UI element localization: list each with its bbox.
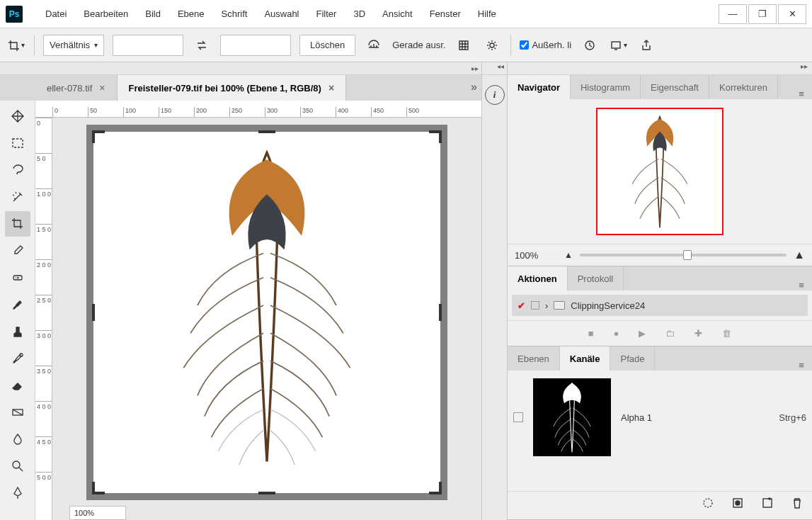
ruler-tick: 250 [229, 107, 265, 117]
healing-brush-tool[interactable] [5, 265, 30, 290]
tab-histogramm[interactable]: Histogramm [571, 75, 641, 99]
gradient-tool[interactable] [5, 400, 30, 425]
history-brush-tool[interactable] [5, 346, 30, 371]
eyedropper-tool[interactable] [5, 238, 30, 264]
share-button[interactable] [636, 35, 656, 55]
ruler-horizontal[interactable]: 0 50 100 150 200 250 300 350 400 450 500 [35, 101, 481, 118]
action-dialog-toggle[interactable] [531, 301, 539, 310]
tab-kanaele[interactable]: Kanäle [560, 346, 611, 371]
navigator-zoom-slider[interactable] [580, 254, 787, 256]
panel-menu-button[interactable]: ≡ [791, 360, 812, 371]
navigator-thumbnail[interactable] [596, 108, 724, 235]
tab-pfade[interactable]: Pfade [610, 346, 655, 371]
clone-stamp-tool[interactable] [5, 319, 30, 344]
menu-filter[interactable]: Filter [308, 0, 345, 28]
menu-schrift[interactable]: Schrift [213, 0, 256, 28]
screen-mode-button[interactable]: ▾ [608, 35, 628, 55]
crop-handle[interactable] [92, 482, 105, 494]
new-set-button[interactable]: 🗀 [665, 328, 675, 339]
delete-button[interactable]: 🗑 [722, 328, 731, 339]
new-action-button[interactable]: ✚ [694, 328, 702, 339]
channel-thumbnail[interactable] [533, 378, 611, 456]
panel-menu-button[interactable]: ≡ [791, 89, 812, 99]
menu-datei[interactable]: Datei [37, 0, 75, 28]
navigator-zoom-value[interactable]: 100% [515, 250, 557, 261]
close-icon[interactable]: × [328, 82, 334, 94]
pen-tool[interactable] [5, 480, 30, 506]
eraser-tool[interactable] [5, 373, 30, 398]
swap-dimensions-button[interactable] [192, 35, 212, 55]
tab-protokoll[interactable]: Protokoll [568, 266, 624, 290]
save-selection-button[interactable] [731, 497, 744, 511]
move-tool[interactable] [5, 103, 30, 129]
expand-arrow-icon[interactable]: › [545, 300, 548, 311]
crop-handle[interactable] [429, 130, 442, 143]
panel-menu-button[interactable]: ≡ [791, 280, 812, 290]
menu-hilfe[interactable]: Hilfe [469, 0, 505, 28]
strip-expand-handle[interactable]: ◂◂ [482, 62, 507, 75]
crop-tool[interactable] [5, 211, 30, 237]
crop-handle[interactable] [258, 492, 275, 494]
tab-navigator[interactable]: Navigator [508, 75, 571, 99]
crop-height-field[interactable] [220, 35, 291, 56]
brush-tool[interactable] [5, 292, 30, 317]
tab-eigenschaften[interactable]: Eigenschaft [641, 75, 709, 99]
crop-handle[interactable] [92, 130, 105, 143]
zoom-in-icon[interactable]: ▲ [794, 249, 805, 261]
ruler-vertical[interactable]: 0 5 0 1 0 0 1 5 0 2 0 0 2 5 0 3 0 0 3 5 … [35, 118, 52, 520]
window-minimize-button[interactable]: — [719, 4, 747, 24]
crop-settings-button[interactable] [482, 35, 502, 55]
crop-handle[interactable] [429, 482, 442, 494]
clear-button[interactable]: Löschen [299, 35, 355, 56]
menu-ebene[interactable]: Ebene [169, 0, 213, 28]
channel-row[interactable]: Alpha 1 Strg+6 [513, 375, 806, 460]
tab-korrekturen[interactable]: Korrekturen [709, 75, 778, 99]
tab-overflow-button[interactable]: » [471, 81, 477, 94]
window-close-button[interactable]: ✕ [778, 4, 806, 24]
overlay-grid-button[interactable] [454, 35, 474, 55]
action-enabled-icon[interactable]: ✔ [517, 300, 525, 311]
panel-expand-handle[interactable]: ▸▸ [508, 62, 812, 75]
action-set-row[interactable]: ✔ › ClippingService24 [512, 295, 808, 316]
tab-ebenen[interactable]: Ebenen [508, 346, 560, 371]
info-panel-icon[interactable]: i [485, 85, 505, 105]
zoom-out-icon[interactable]: ▲ [564, 250, 573, 260]
tool-preset-picker[interactable]: ▾ [6, 35, 25, 55]
new-channel-button[interactable] [761, 497, 774, 511]
document-tab-inactive[interactable]: eller-078.tif × [35, 75, 118, 101]
tab-aktionen[interactable]: Aktionen [508, 266, 568, 290]
menu-fenster[interactable]: Fenster [421, 0, 469, 28]
aspect-ratio-dropdown[interactable]: Verhältnis ▾ [43, 35, 104, 56]
menu-bild[interactable]: Bild [137, 0, 169, 28]
delete-outside-input[interactable] [520, 40, 529, 50]
load-selection-button[interactable] [702, 497, 714, 511]
new-icon [761, 497, 774, 509]
delete-channel-button[interactable] [791, 497, 804, 511]
play-button[interactable]: ▶ [639, 328, 646, 339]
menu-bearbeiten[interactable]: Bearbeiten [75, 0, 137, 28]
lasso-tool[interactable] [5, 157, 30, 183]
menu-ansicht[interactable]: Ansicht [374, 0, 421, 28]
blur-tool[interactable] [5, 426, 30, 452]
menu-3d[interactable]: 3D [345, 0, 374, 28]
zoom-status-field[interactable]: 100% [69, 506, 126, 520]
channel-visibility-toggle[interactable] [513, 412, 523, 422]
crop-width-field[interactable] [113, 35, 183, 56]
crop-handle[interactable] [92, 304, 95, 321]
crop-handle[interactable] [258, 130, 275, 133]
canvas[interactable] [86, 125, 447, 500]
dodge-tool[interactable] [5, 453, 30, 479]
stop-button[interactable]: ■ [588, 328, 594, 339]
record-button[interactable]: ● [614, 328, 619, 339]
doc-expand-handle[interactable]: ▸▸ [0, 62, 481, 75]
window-maximize-button[interactable]: ❐ [748, 4, 777, 24]
document-tab-active[interactable]: Freisteller-079.tif bei 100% (Ebene 1, R… [118, 75, 347, 101]
close-icon[interactable]: × [99, 82, 105, 94]
straighten-button[interactable] [364, 35, 384, 55]
delete-outside-checkbox[interactable]: Außerh. li [520, 40, 571, 50]
menu-auswahl[interactable]: Auswahl [256, 0, 307, 28]
crop-handle[interactable] [439, 304, 442, 321]
magic-wand-tool[interactable] [5, 184, 30, 210]
marquee-tool[interactable] [5, 130, 30, 156]
reset-crop-button[interactable] [580, 35, 600, 55]
